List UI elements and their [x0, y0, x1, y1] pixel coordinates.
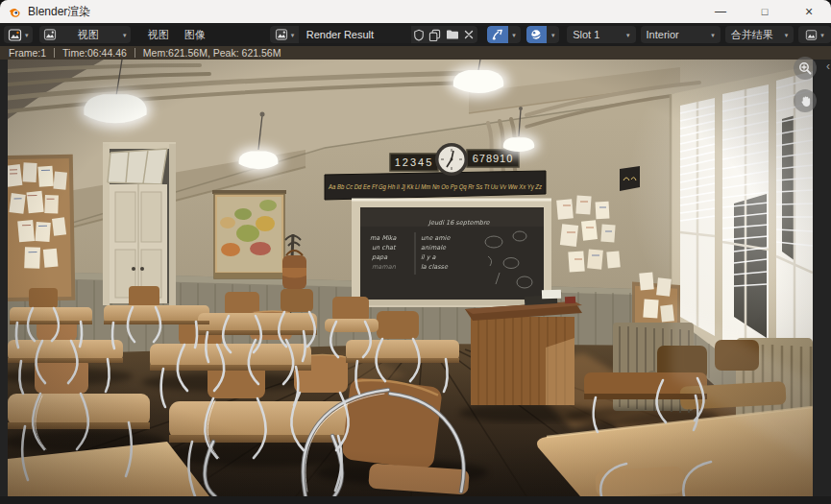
unlink-image-button[interactable]	[461, 26, 477, 43]
overlay-sphere-icon	[529, 28, 543, 41]
close-x-icon	[464, 30, 474, 39]
caret-icon: ▾	[551, 32, 555, 38]
menu-view[interactable]: 视图	[140, 28, 177, 42]
caret-icon: ▾	[123, 32, 127, 38]
gizmo-arrow-icon	[491, 28, 504, 41]
gizmos-dropdown[interactable]: ▾	[508, 26, 521, 43]
overlays-control: ▾	[526, 26, 560, 43]
pan-gizmo[interactable]	[794, 89, 817, 112]
browse-image-button[interactable]: ▾	[270, 26, 299, 43]
caret-icon: ▾	[291, 32, 295, 38]
folder-icon	[446, 29, 459, 40]
menu-image[interactable]: 图像	[177, 28, 213, 42]
image-browse-icon	[275, 28, 288, 41]
window-title: Blender渲染	[28, 4, 698, 20]
gizmos-toggle[interactable]	[487, 26, 508, 43]
render-stats-bar: Frame:1 Time:06:44.46 Mem:621.56M, Peak:…	[0, 46, 831, 60]
mode-dropdown[interactable]: 视图 ▾	[39, 26, 131, 43]
caret-icon: ▾	[820, 32, 824, 38]
duplicate-icon	[428, 29, 441, 41]
image-editor-viewport: Aa Bb Cc Dd Ee Ff Gg Hh Ii Jj Kk Ll Mm N…	[0, 60, 831, 504]
caret-icon: ▾	[626, 32, 630, 38]
view-layer-dropdown[interactable]: Interior ▾	[641, 26, 721, 43]
image-name-field[interactable]: Render Result	[299, 26, 411, 43]
mode-label: 视图	[76, 28, 101, 42]
view-mode-icon	[43, 28, 57, 41]
zoom-plus-icon	[798, 61, 812, 75]
caret-icon: ▾	[711, 32, 715, 38]
image-datablock-selector: ▾ Render Result	[270, 26, 477, 43]
render-image[interactable]: Aa Bb Cc Dd Ee Ff Gg Hh Ii Jj Kk Ll Mm N…	[8, 60, 813, 496]
blender-logo-icon	[9, 6, 21, 18]
display-channels-dropdown[interactable]: ▾	[798, 26, 831, 43]
time-stat: Time:06:44.46	[62, 47, 127, 59]
channels-icon	[805, 29, 818, 41]
render-pass-dropdown[interactable]: 合并结果 ▾	[725, 26, 794, 43]
memory-stat: Mem:621.56M, Peak: 621.56M	[143, 47, 281, 59]
image-name: Render Result	[306, 29, 374, 40]
caret-icon: ▾	[785, 32, 789, 38]
titlebar: Blender渲染 — □ ×	[0, 0, 831, 23]
frame-stat: Frame:1	[9, 47, 46, 59]
editor-type-button[interactable]: ▾	[4, 26, 33, 43]
overlays-toggle[interactable]	[526, 26, 548, 43]
viewport-bottom-margin	[0, 496, 831, 504]
maximize-button[interactable]: □	[743, 0, 787, 23]
close-button[interactable]: ×	[787, 0, 831, 23]
sidebar-collapse-arrow[interactable]: ‹	[826, 60, 830, 72]
hand-icon	[799, 95, 812, 108]
rendered-classroom-scene: Aa Bb Cc Dd Ee Ff Gg Hh Ii Jj Kk Ll Mm N…	[8, 60, 813, 496]
caret-icon: ▾	[25, 32, 29, 38]
image-editor-header: ▾ 视图 ▾ 视图 图像 ▾ Render Re	[0, 23, 831, 46]
open-image-button[interactable]	[443, 26, 461, 43]
shield-icon	[413, 29, 425, 41]
pass-label: 合并结果	[731, 28, 773, 42]
new-image-button[interactable]	[427, 26, 443, 43]
slot-dropdown[interactable]: Slot 1 ▾	[567, 26, 635, 43]
vignette	[8, 60, 813, 496]
blender-render-window: Blender渲染 — □ × ▾ 视图 ▾ 视图 图像	[0, 0, 831, 504]
fake-user-button[interactable]	[411, 26, 428, 43]
gizmos-control: ▾	[487, 26, 521, 43]
minimize-button[interactable]: —	[698, 0, 743, 23]
slot-label: Slot 1	[573, 29, 599, 40]
image-editor-icon	[8, 28, 22, 42]
caret-icon: ▾	[512, 32, 516, 38]
overlays-dropdown[interactable]: ▾	[547, 26, 559, 43]
zoom-gizmo[interactable]	[794, 57, 817, 80]
layer-label: Interior	[647, 29, 679, 40]
